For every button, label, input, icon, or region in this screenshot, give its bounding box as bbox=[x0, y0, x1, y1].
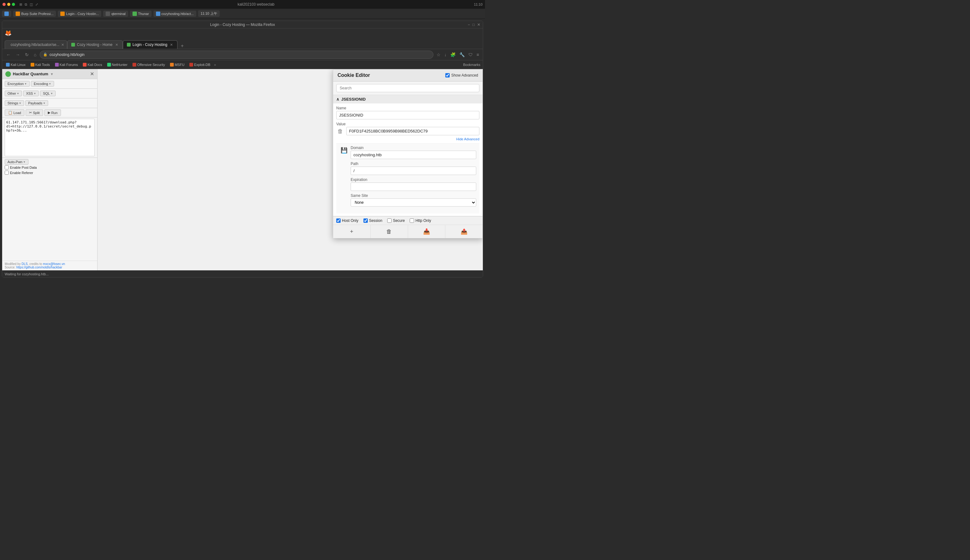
firefox-menu-icon[interactable]: 🦊 bbox=[5, 30, 12, 37]
taskbar-thunar[interactable]: Thunar bbox=[130, 11, 152, 17]
status-bar: Waiting for cozyhosting.htb... bbox=[2, 270, 483, 277]
expiration-field-input[interactable] bbox=[351, 182, 476, 191]
name-field-input[interactable] bbox=[336, 111, 479, 119]
taskbar-burp-label: Burp Suite Professi... bbox=[21, 12, 53, 16]
taskbar-burp[interactable]: Burp Suite Professi... bbox=[13, 11, 56, 17]
path-field-input[interactable] bbox=[351, 167, 476, 175]
tab-actuator[interactable]: cozyhosting.htb/actuator/se... ✕ bbox=[5, 40, 67, 49]
tab-actuator-close[interactable]: ✕ bbox=[61, 42, 64, 47]
bookmark-exploit-db[interactable]: Exploit-DB bbox=[188, 62, 212, 67]
kali-tools-favicon bbox=[31, 63, 34, 67]
http-only-item: Http Only bbox=[410, 218, 431, 223]
window-controls[interactable] bbox=[2, 3, 15, 6]
shield-icon[interactable]: 🛡 bbox=[467, 51, 474, 58]
strings-button[interactable]: Strings ▼ bbox=[5, 100, 24, 106]
payloads-button[interactable]: Payloads ▼ bbox=[25, 100, 48, 106]
encoding-button[interactable]: Encoding ▼ bbox=[31, 81, 54, 87]
collapse-icon: ∧ bbox=[336, 97, 339, 102]
reload-button[interactable]: ↻ bbox=[23, 51, 30, 58]
minimize-dot[interactable] bbox=[7, 3, 10, 6]
bookmark-kali-forums[interactable]: Kali Forums bbox=[54, 62, 79, 67]
export-button[interactable]: 📤 bbox=[445, 225, 482, 238]
taskbar-login-tab[interactable]: Login - Cozy Hostin... bbox=[58, 11, 101, 17]
value-field-group: Value 🗑 Hide Advanced bbox=[336, 122, 479, 141]
title-close-btn[interactable]: ✕ bbox=[477, 22, 480, 27]
import-button[interactable]: 📥 bbox=[408, 225, 446, 238]
delete-all-button[interactable]: 🗑 bbox=[371, 225, 408, 238]
run-button[interactable]: ▶ Run bbox=[44, 109, 61, 116]
add-cookie-button[interactable]: + bbox=[333, 225, 371, 238]
os-icon-1: ⊞ bbox=[19, 2, 22, 7]
title-maximize-btn[interactable]: □ bbox=[472, 22, 475, 27]
taskbar-cozy[interactable]: cozyhosting.htb/act... bbox=[153, 11, 196, 17]
enable-referer-checkbox[interactable] bbox=[5, 171, 9, 175]
show-advanced-checkbox[interactable] bbox=[445, 73, 450, 78]
load-button[interactable]: 📋 Load bbox=[5, 109, 24, 116]
domain-field-label: Domain bbox=[351, 146, 476, 150]
address-bar[interactable]: 🔒 cozyhosting.htb/login bbox=[40, 51, 433, 59]
session-checkbox[interactable] bbox=[363, 218, 368, 223]
hide-advanced-link[interactable]: Hide Advanced bbox=[336, 137, 479, 141]
extensions-icon[interactable]: 🧩 bbox=[449, 51, 457, 58]
split-button[interactable]: ✂ Split bbox=[26, 109, 43, 116]
encoding-arrow: ▼ bbox=[49, 82, 51, 85]
cookie-search-input[interactable] bbox=[336, 84, 479, 92]
jsessionid-name: JSESSIONID bbox=[341, 97, 366, 102]
hackbar-logo bbox=[5, 71, 11, 77]
thunar-favicon bbox=[132, 12, 137, 16]
sql-button[interactable]: SQL ▼ bbox=[40, 91, 56, 96]
hackbar-close-button[interactable]: ✕ bbox=[90, 71, 94, 77]
jsessionid-header[interactable]: ∧ JSESSIONID bbox=[333, 95, 482, 103]
menu-icon[interactable]: ≡ bbox=[475, 51, 480, 58]
bookmark-offensive-security[interactable]: Offensive Security bbox=[131, 62, 166, 67]
taskbar-qterminal[interactable]: qterminal bbox=[103, 11, 128, 17]
http-only-checkbox[interactable] bbox=[410, 218, 414, 223]
tab-login[interactable]: Login - Cozy Hosting ✕ bbox=[123, 40, 178, 49]
domain-field-group: Domain bbox=[351, 146, 476, 159]
save-cookie-icon[interactable]: 💾 bbox=[339, 146, 349, 155]
bookmark-nethunter[interactable]: NetHunter bbox=[106, 62, 129, 67]
bookmark-msfu[interactable]: MSFU bbox=[169, 62, 186, 67]
new-tab-button[interactable]: + bbox=[179, 43, 185, 49]
browser-title-buttons[interactable]: − □ ✕ bbox=[468, 22, 480, 27]
bookmark-icon[interactable]: ☆ bbox=[435, 51, 442, 58]
host-only-checkbox[interactable] bbox=[336, 218, 341, 223]
addon-icon[interactable]: 🔧 bbox=[458, 51, 466, 58]
taskbar-terminal-label: qterminal bbox=[111, 12, 125, 16]
tab-home[interactable]: Cozy Hosting - Home ✕ bbox=[67, 40, 123, 49]
domain-field-input[interactable] bbox=[351, 151, 476, 159]
auto-pwn-button[interactable]: Auto-Pwn ▼ bbox=[5, 159, 28, 165]
xss-button[interactable]: XSS ▼ bbox=[23, 91, 39, 96]
maximize-dot[interactable] bbox=[12, 3, 15, 6]
bookmark-kali-tools[interactable]: Kali Tools bbox=[29, 62, 51, 67]
secure-checkbox[interactable] bbox=[387, 218, 392, 223]
forward-button[interactable]: → bbox=[14, 51, 22, 58]
bookmark-kali-linux[interactable]: Kali Linux bbox=[5, 62, 27, 67]
bookmarks-more[interactable]: » bbox=[214, 63, 216, 67]
download-manager-icon[interactable]: ↓ bbox=[443, 51, 448, 58]
hackbar-textarea[interactable] bbox=[5, 119, 95, 156]
other-button[interactable]: Other ▼ bbox=[5, 91, 22, 96]
enable-post-data-checkbox[interactable] bbox=[5, 165, 9, 169]
hackbar-version: ▼ bbox=[50, 72, 53, 76]
taskbar-firefox-icon[interactable] bbox=[2, 11, 11, 17]
footer-source-link[interactable]: https://github.com/notdls/hackbar bbox=[16, 266, 62, 269]
tab-home-close[interactable]: ✕ bbox=[114, 42, 119, 47]
cookie-editor-header: Cookie Editor Show Advanced bbox=[333, 69, 482, 82]
close-dot[interactable] bbox=[2, 3, 6, 6]
cookie-editor-search-section bbox=[333, 82, 482, 95]
value-field-input[interactable] bbox=[346, 127, 479, 135]
tab-login-close[interactable]: ✕ bbox=[169, 42, 173, 47]
same-site-select[interactable]: None Lax Strict bbox=[351, 198, 476, 207]
delete-cookie-icon[interactable]: 🗑 bbox=[336, 127, 344, 136]
home-button[interactable]: ⌂ bbox=[32, 51, 38, 58]
back-button[interactable]: ← bbox=[5, 51, 12, 58]
xss-arrow: ▼ bbox=[33, 92, 36, 95]
hackbar-toolbar-row3: Strings ▼ Payloads ▼ bbox=[2, 98, 97, 108]
encryption-button[interactable]: Encryption ▼ bbox=[5, 81, 30, 87]
footer-email-link[interactable]: mxcx@fosec.vn bbox=[43, 262, 65, 266]
footer-author-link[interactable]: DLS bbox=[22, 262, 28, 266]
title-minimize-btn[interactable]: − bbox=[468, 22, 470, 27]
bookmark-kali-docs[interactable]: Kali Docs bbox=[82, 62, 103, 67]
footer-credits: credits to bbox=[29, 262, 42, 266]
